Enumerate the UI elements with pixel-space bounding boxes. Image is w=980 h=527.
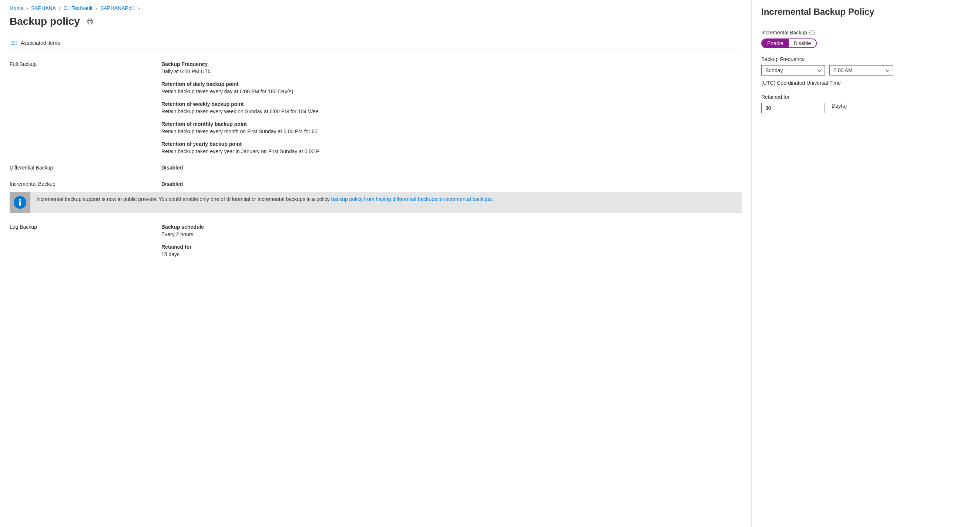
log-retained-value: 15 days [161, 251, 742, 257]
info-link[interactable]: backup policy from having differential b… [331, 196, 493, 202]
associated-items-bar[interactable]: Associated items [10, 37, 742, 50]
retained-input[interactable] [761, 103, 825, 113]
breadcrumb-policy[interactable]: SAPHANAPol1 [100, 5, 135, 11]
incremental-backup-value: Disabled [161, 181, 742, 187]
full-backup-label: Full Backup [10, 61, 161, 154]
log-retained-label: Retained for [161, 244, 742, 250]
differential-backup-section: Differential Backup Disabled [10, 165, 742, 170]
info-icon [14, 196, 26, 209]
monthly-retention-value: Retain backup taken every month on First… [161, 128, 742, 134]
daily-retention-label: Retention of daily backup point [161, 81, 742, 87]
breadcrumb: Home › SAPHANA › CLITestVault › SAPHANAP… [10, 5, 742, 11]
log-schedule-value: Every 2 hours [161, 231, 742, 237]
log-backup-label: Log Backup [10, 224, 161, 257]
enable-disable-toggle[interactable]: Enable Disable [761, 38, 817, 48]
full-backup-section: Full Backup Backup Frequency Daily at 6:… [10, 61, 742, 154]
daily-retention-value: Retain backup taken every day at 6:00 PM… [161, 88, 742, 94]
breadcrumb-home[interactable]: Home [10, 5, 23, 11]
info-text-main: Incremental backup support is now in pub… [36, 196, 331, 202]
log-backup-section: Log Backup Backup schedule Every 2 hours… [10, 224, 742, 257]
day-select[interactable]: Sunday [761, 65, 825, 75]
associated-items-label: Associated items [21, 40, 60, 46]
info-text: Incremental backup support is now in pub… [30, 192, 499, 207]
log-schedule-label: Backup schedule [161, 224, 742, 230]
info-circle-icon[interactable]: i [810, 30, 815, 35]
chevron-right-icon: › [26, 5, 28, 11]
frequency-label: Backup Frequency [761, 56, 970, 62]
incremental-policy-panel: Incremental Backup Policy Incremental Ba… [751, 0, 980, 527]
yearly-retention-label: Retention of yearly backup point [161, 141, 742, 147]
monthly-retention-label: Retention of monthly backup point [161, 121, 742, 127]
page-title: Backup policy [10, 16, 80, 27]
print-icon[interactable] [87, 18, 93, 25]
chevron-right-icon: › [138, 5, 140, 11]
side-panel-title: Incremental Backup Policy [761, 7, 970, 17]
svg-point-9 [19, 199, 21, 201]
backup-frequency-value: Daily at 6:00 PM UTC [161, 68, 742, 74]
breadcrumb-saphana[interactable]: SAPHANA [31, 5, 56, 11]
chevron-right-icon: › [95, 5, 97, 11]
incremental-toggle-label: Incremental Backup i [761, 30, 970, 35]
svg-rect-0 [88, 19, 91, 20]
incremental-backup-section: Incremental Backup Disabled [10, 181, 742, 187]
breadcrumb-vault[interactable]: CLITestVault [64, 5, 92, 11]
differential-backup-label: Differential Backup [10, 165, 161, 170]
svg-rect-10 [19, 201, 21, 206]
time-select[interactable]: 2:00 AM [829, 65, 893, 75]
weekly-retention-label: Retention of weekly backup point [161, 101, 742, 107]
info-banner: Incremental backup support is now in pub… [10, 192, 742, 213]
incremental-backup-label: Incremental Backup [10, 181, 161, 187]
svg-rect-1 [88, 22, 91, 24]
info-icon-wrap [10, 192, 30, 213]
retained-unit: Day(s) [832, 103, 847, 109]
retained-label: Retained for [761, 94, 970, 100]
disable-button[interactable]: Disable [789, 39, 816, 47]
yearly-retention-value: Retain backup taken every year in Januar… [161, 148, 742, 154]
chevron-right-icon: › [59, 5, 61, 11]
list-icon [11, 40, 17, 46]
page-title-row: Backup policy [10, 16, 742, 27]
backup-frequency-label: Backup Frequency [161, 61, 742, 67]
weekly-retention-value: Retain backup taken every week on Sunday… [161, 108, 742, 115]
differential-backup-value: Disabled [161, 165, 742, 170]
timezone-text: (UTC) Coordinated Universal Time [761, 80, 841, 86]
main-panel: Home › SAPHANA › CLITestVault › SAPHANAP… [0, 0, 751, 527]
enable-button[interactable]: Enable [762, 39, 789, 47]
